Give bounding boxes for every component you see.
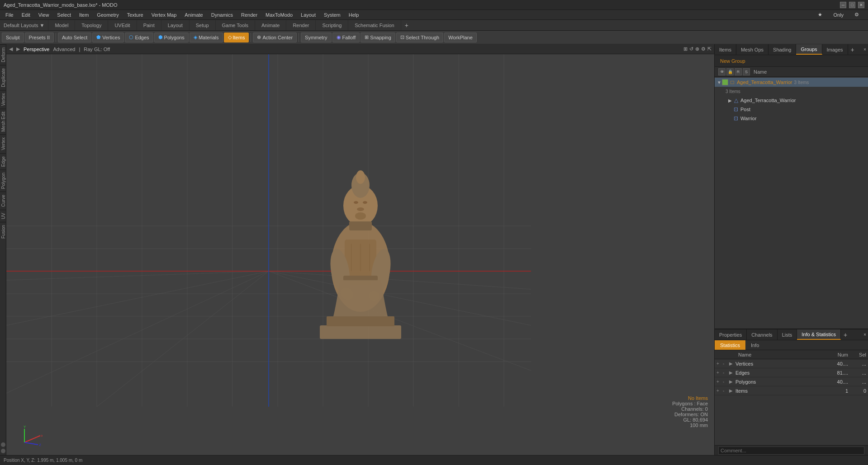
action-center-button[interactable]: ⊕ Action Center [253,33,297,42]
tab-groups[interactable]: Groups [796,44,822,55]
sidebar-tab-mesh-edit[interactable]: Mesh Edit [0,108,6,134]
vp-next-btn[interactable]: ▶ [16,46,20,52]
menu-dynamics[interactable]: Dynamics [208,11,237,19]
minimize-button[interactable]: ─ [840,2,846,8]
gh-icon-lock[interactable]: 🔒 [726,68,734,75]
tab-add-button[interactable]: + [401,20,412,30]
polygons-button[interactable]: ⬢ Polygons [154,33,189,42]
settings-icon[interactable]: ⚙ [851,11,863,19]
stats-row-edges[interactable]: + - ▶ Edges 81.... ... [715,368,868,377]
tab-items[interactable]: Items [715,44,736,55]
tree-arrow-warrior[interactable]: ▶ [727,98,733,103]
vp-prev-btn[interactable]: ◀ [9,46,13,52]
close-button[interactable]: ✕ [858,2,864,8]
sidebar-tab-uv[interactable]: UV [0,210,6,222]
vp-advanced[interactable]: Advanced [53,47,75,52]
menu-item[interactable]: Item [76,11,92,19]
menu-select[interactable]: Select [53,11,75,19]
sr-minus-e[interactable]: - [723,370,729,375]
stats-row-items[interactable]: + - ▶ Items 1 0 [715,386,868,395]
right-tab-close[interactable]: × [862,46,868,53]
sidebar-tab-deform[interactable]: Deform [0,44,6,65]
viewport-content[interactable]: No Items Polygons : Face Channels: 0 Def… [6,54,714,455]
gh-icon-sel[interactable]: S [743,68,750,75]
sr-arrow-i[interactable]: ▶ [729,388,735,393]
maximize-button[interactable]: □ [849,2,855,8]
tree-check-root[interactable] [722,79,728,85]
tab-setup[interactable]: Setup [190,20,216,30]
menu-texture[interactable]: Texture [123,11,147,19]
tab-schematic-fusion[interactable]: Schematic Fusion [348,20,401,30]
vertices-button[interactable]: ⬟ Vertices [92,33,124,42]
viewport[interactable]: ◀ ▶ Perspective Advanced | Ray GL: Off ⊞… [6,44,714,455]
tab-images[interactable]: Images [822,44,848,55]
sidebar-tab-edge[interactable]: Edge [0,153,6,169]
workplane-button[interactable]: WorkPlane [444,33,477,42]
falloff-button[interactable]: ◉ Falloff [332,33,360,42]
sr-arrow-e[interactable]: ▶ [729,370,735,375]
tree-item-warrior-mesh[interactable]: ▶ △ Aged_Terracotta_Warrior [715,96,868,105]
sidebar-tab-vertex[interactable]: Vertex [0,90,6,108]
tree-item-warrior[interactable]: ▶ ⊡ Warrior [715,114,868,123]
items-button[interactable]: ◇ Items [224,33,249,42]
vp-icon-zoom[interactable]: ⊕ [695,46,699,52]
br-tab-properties[interactable]: Properties [715,329,747,340]
menu-animate[interactable]: Animate [181,11,206,19]
sidebar-tab-fusion[interactable]: Fusion [0,222,6,241]
materials-button[interactable]: ◈ Materials [190,33,223,42]
br-tab-lists[interactable]: Lists [778,329,797,340]
vp-icon-grid[interactable]: ⊞ [683,46,688,52]
tree-arrow-root[interactable]: ▼ [716,80,722,85]
br-tab-close[interactable]: × [862,331,868,338]
menu-file[interactable]: File [2,11,17,19]
menu-layout[interactable]: Layout [297,11,319,19]
menu-view[interactable]: View [35,11,53,19]
tab-paint[interactable]: Paint [137,20,161,30]
menu-geometry[interactable]: Geometry [93,11,122,19]
menu-render[interactable]: Render [237,11,261,19]
right-tab-add[interactable]: + [848,45,857,55]
vp-icon-settings[interactable]: ⚙ [701,46,706,52]
vp-raygl[interactable]: Ray GL: Off [84,47,110,52]
tab-game-tools[interactable]: Game Tools [216,20,256,30]
menu-vertex-map[interactable]: Vertex Map [148,11,180,19]
menu-maxtomod[interactable]: MaxToModo [262,11,296,19]
sr-arrow-v[interactable]: ▶ [729,361,735,366]
sidebar-tab-polygon[interactable]: Polygon [0,169,6,192]
symmetry-button[interactable]: Symmetry [301,33,332,42]
stats-row-polygons[interactable]: + - ▶ Polygons 40.... ... [715,377,868,386]
sr-plus-i[interactable]: + [716,388,723,393]
tree-item-post[interactable]: ▶ ⊡ Post [715,105,868,114]
sr-plus-e[interactable]: + [716,370,723,375]
tab-render[interactable]: Render [286,20,316,30]
sr-minus-i[interactable]: - [723,388,729,393]
sr-plus-v[interactable]: + [716,361,723,366]
sidebar-tab-duplicate[interactable]: Duplicate [0,65,6,90]
tab-layout[interactable]: Layout [161,20,190,30]
auto-select-button[interactable]: Auto Select [58,33,91,42]
menu-help[interactable]: Help [345,11,363,19]
tab-shading[interactable]: Shading [768,44,796,55]
tab-mesh-ops[interactable]: Mesh Ops [736,44,768,55]
tab-model[interactable]: Model [48,20,75,30]
gh-icon-render[interactable]: R [735,68,742,75]
sr-plus-p[interactable]: + [716,379,723,384]
snapping-button[interactable]: ⊞ Snapping [360,33,395,42]
comment-input[interactable] [718,446,864,455]
tab-topology[interactable]: Topology [75,20,108,30]
tab-uvedit[interactable]: UVEdit [108,20,137,30]
stats-row-vertices[interactable]: + - ▶ Vertices 40.... ... [715,359,868,368]
br-tab-add[interactable]: + [841,330,850,340]
tab-scripting[interactable]: Scripting [316,20,348,30]
br-tab-info-stats[interactable]: Info & Statistics [797,329,841,340]
vp-icon-refresh[interactable]: ↺ [689,46,693,52]
tree-item-root[interactable]: ▼ □ Aged_Terracotta_Warrior 3 Items [715,78,868,87]
edges-button[interactable]: ⬡ Edges [125,33,153,42]
sr-arrow-p[interactable]: ▶ [729,379,735,384]
new-group-button[interactable]: New Group [718,57,747,65]
menu-edit[interactable]: Edit [18,11,34,19]
groups-tree[interactable]: ▼ □ Aged_Terracotta_Warrior 3 Items 3 It… [715,77,868,329]
select-through-button[interactable]: ⊡ Select Through [396,33,443,42]
sculpt-button[interactable]: Sculpt [2,33,24,42]
tab-animate[interactable]: Animate [255,20,286,30]
